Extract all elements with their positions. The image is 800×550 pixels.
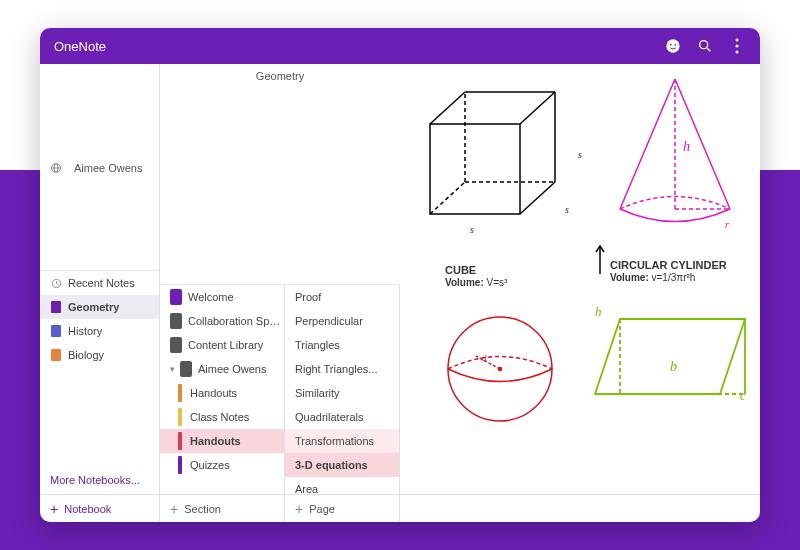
svg-rect-12	[430, 124, 520, 214]
section-group-icon	[170, 337, 182, 353]
section-label: Welcome	[188, 291, 234, 303]
notebook-item[interactable]: Biology	[40, 343, 159, 367]
arrow-icon	[595, 244, 605, 274]
section-label: Content Library	[188, 339, 263, 351]
section-label: Handouts	[190, 435, 241, 447]
svg-line-27	[476, 356, 500, 369]
page-item[interactable]: Transformations	[285, 429, 399, 453]
footer: +Notebook +Section +Page	[40, 494, 760, 522]
globe-icon	[50, 162, 62, 174]
clock-icon	[50, 277, 62, 289]
svg-point-5	[736, 39, 739, 42]
cylinder-title: CIRCULAR CYLINDER	[610, 259, 727, 271]
sections-column: Geometry WelcomeCollaboration Spa...Cont…	[160, 64, 285, 494]
section-tab-icon	[178, 432, 182, 450]
section-item[interactable]: Content Library	[160, 333, 284, 357]
cube-s-right: s	[578, 149, 582, 160]
emoji-icon[interactable]	[664, 37, 682, 55]
page-label: 3-D equations	[295, 459, 368, 471]
cube-s-bottom: s	[470, 224, 474, 235]
book-icon	[50, 349, 62, 361]
section-item[interactable]: Handouts	[160, 429, 284, 453]
page-item[interactable]: Right Triangles...	[285, 357, 399, 381]
add-notebook-button[interactable]: +Notebook	[40, 495, 160, 522]
svg-point-1	[670, 44, 672, 46]
svg-point-28	[499, 368, 502, 371]
caret-icon: ▾	[170, 364, 178, 374]
section-item[interactable]: Welcome	[160, 285, 284, 309]
page-item[interactable]: Similarity	[285, 381, 399, 405]
more-icon[interactable]	[728, 37, 746, 55]
svg-line-15	[520, 182, 555, 214]
section-item[interactable]: Handouts	[160, 381, 284, 405]
cube-diagram	[420, 84, 570, 224]
section-group-icon	[170, 313, 182, 329]
plus-icon: +	[295, 501, 303, 517]
page-item[interactable]: Proof	[285, 285, 399, 309]
notebook-item[interactable]: Recent Notes	[40, 271, 159, 295]
section-group-icon	[170, 289, 182, 305]
more-notebooks-link[interactable]: More Notebooks...	[40, 466, 159, 494]
page-content: s s s h r CUBE Volume: Volume: V=s³V	[400, 64, 760, 494]
page-label: Proof	[295, 291, 321, 303]
plus-icon: +	[170, 501, 178, 517]
svg-point-2	[674, 44, 676, 46]
sphere-d: d	[482, 353, 487, 363]
svg-line-21	[620, 79, 675, 209]
account-header[interactable]: Aimee Owens	[40, 64, 159, 271]
section-item[interactable]: ▾Aimee Owens	[160, 357, 284, 381]
plus-icon: +	[50, 501, 58, 517]
page-item[interactable]: 3-D equations	[285, 453, 399, 477]
notebook-label: Geometry	[68, 301, 119, 313]
prism-h: h	[595, 304, 602, 320]
page-label: Quadrilaterals	[295, 411, 363, 423]
prism-b: b	[670, 359, 677, 375]
page-item[interactable]: Area	[285, 477, 399, 494]
page-label: Triangles	[295, 339, 340, 351]
book-icon	[50, 301, 62, 313]
page-label: Perpendicular	[295, 315, 363, 327]
svg-line-13	[430, 92, 465, 124]
cube-formula: Volume: Volume: V=s³V=s³	[445, 277, 507, 288]
notebook-item[interactable]: History	[40, 319, 159, 343]
cone-diagram	[605, 74, 745, 244]
page-item[interactable]: Quadrilaterals	[285, 405, 399, 429]
book-icon	[50, 325, 62, 337]
search-icon[interactable]	[696, 37, 714, 55]
page-label: Area	[295, 483, 318, 494]
add-page-button[interactable]: +Page	[285, 495, 400, 522]
section-label: Handouts	[190, 387, 237, 399]
notebook-label: History	[68, 325, 102, 337]
cube-s-diag: s	[565, 204, 569, 215]
svg-line-14	[520, 92, 555, 124]
section-group-icon	[180, 361, 192, 377]
section-tab-icon	[178, 456, 182, 474]
svg-line-18	[430, 182, 465, 214]
notebook-title-header: Geometry	[160, 64, 400, 285]
page-label: Transformations	[295, 435, 374, 447]
section-tab-icon	[178, 408, 182, 426]
svg-point-7	[736, 51, 739, 54]
section-label: Collaboration Spa...	[188, 315, 284, 327]
section-item[interactable]: Collaboration Spa...	[160, 309, 284, 333]
section-label: Class Notes	[190, 411, 249, 423]
page-item[interactable]: Perpendicular	[285, 309, 399, 333]
section-tab-icon	[178, 384, 182, 402]
notebooks-column: Aimee Owens Recent NotesGeometryHistoryB…	[40, 64, 160, 494]
page-label: Similarity	[295, 387, 340, 399]
add-section-button[interactable]: +Section	[160, 495, 285, 522]
svg-line-4	[707, 48, 710, 51]
sphere-diagram	[440, 309, 560, 429]
section-item[interactable]: Quizzes	[160, 453, 284, 477]
section-item[interactable]: Class Notes	[160, 405, 284, 429]
svg-point-6	[736, 45, 739, 48]
svg-point-0	[666, 39, 679, 52]
titlebar: OneNote	[40, 28, 760, 64]
cone-r: r	[725, 219, 729, 230]
user-name: Aimee Owens	[74, 162, 142, 174]
notebook-item[interactable]: Geometry	[40, 295, 159, 319]
cone-h: h	[683, 139, 690, 155]
page-item[interactable]: Triangles	[285, 333, 399, 357]
section-label: Quizzes	[190, 459, 230, 471]
svg-point-3	[700, 41, 708, 49]
